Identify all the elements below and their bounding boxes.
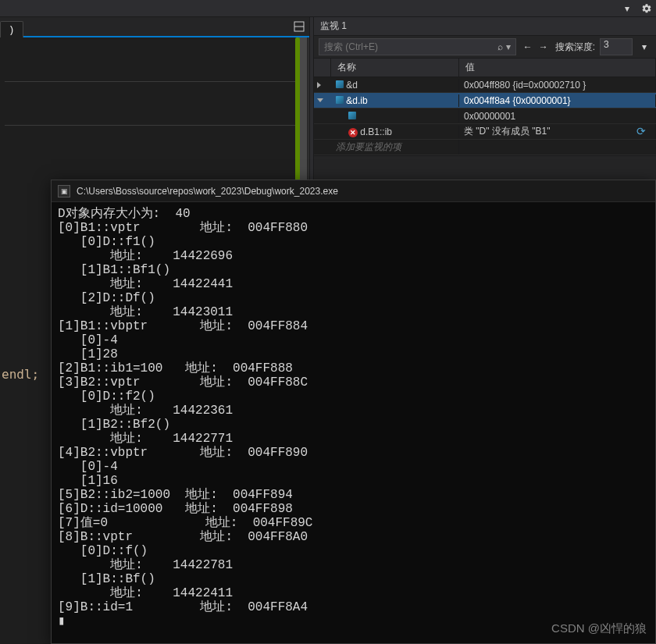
chevron-down-icon[interactable]: ▾ [506,41,511,52]
col-value-header[interactable]: 值 [459,59,656,76]
console-title-text: C:\Users\Boss\source\repos\work_2023\Deb… [77,186,338,197]
expand-down-icon[interactable] [317,98,323,102]
search-depth-label: 搜索深度: [555,41,595,54]
watch-value: 0x004ff8a4 {0x00000001} [464,95,571,106]
split-window-icon[interactable] [292,20,306,34]
watch-value: 0x00000001 [464,111,515,122]
watch-row[interactable]: 0x00000001 [314,109,656,124]
search-depth-select[interactable]: 3 [600,38,633,55]
watch1-search-box[interactable]: ⌕ ▾ [319,38,516,55]
dropdown-icon[interactable]: ▾ [620,2,634,16]
watch-value: 0x004ff880 {id=0x00002710 } [464,80,586,91]
variable-icon [336,96,344,104]
search-icon[interactable]: ⌕ [497,41,503,52]
top-toolbar: ▾ [0,0,656,17]
watch-name: &d [344,80,358,91]
watch1-grid-body: &d0x004ff880 {id=0x00002710 } &d.ib0x004… [314,77,656,155]
watch-name: d.B1::ib [358,126,392,137]
watch1-panel: 监视 1 ⌕ ▾ ← → 搜索深度: 3 ▾ 名称 值 & [314,17,656,156]
nav-back-icon[interactable]: ← [521,40,535,54]
expand-right-icon[interactable] [317,82,321,88]
watch-name: &d.ib [344,95,368,106]
code-token-endl: endl; [2,367,39,382]
tab-strip: ) [0,17,309,37]
breakpoint-marker [295,37,300,194]
watermark-text: CSDN @凶悍的狼 [551,621,647,636]
watch-value: 类 "D" 没有成员 "B1" [464,125,550,138]
add-watch-placeholder: 添加要监视的项 [331,140,459,155]
variable-icon [348,112,356,119]
console-window[interactable]: ▣ C:\Users\Boss\source\repos\work_2023\D… [51,180,656,644]
editor-tab[interactable]: ) [0,21,23,37]
watch1-search-input[interactable] [324,41,497,52]
scrollbar-thumb[interactable] [299,37,307,194]
watch1-add-row[interactable]: 添加要监视的项 [314,140,656,155]
watch-row[interactable]: ✕ d.B1::ib类 "D" 没有成员 "B1"⟳ [314,124,656,140]
depth-chevron-down-icon[interactable]: ▾ [637,40,651,54]
refresh-icon[interactable]: ⟳ [636,125,651,138]
col-name-header[interactable]: 名称 [331,59,459,76]
watch1-grid-header: 名称 值 [314,59,656,77]
console-app-icon: ▣ [58,185,70,197]
watch-row[interactable]: &d.ib0x004ff8a4 {0x00000001} [314,93,656,109]
watch1-search-row: ⌕ ▾ ← → 搜索深度: 3 ▾ [314,36,656,59]
nav-forward-icon[interactable]: → [537,40,551,54]
error-icon: ✕ [348,128,358,137]
console-output[interactable]: D对象内存大小为: 40 [0]B1::vptr 地址: 004FF880 [0… [52,202,655,643]
watch1-title: 监视 1 [314,17,656,36]
watch-row[interactable]: &d0x004ff880 {id=0x00002710 } [314,77,656,93]
console-titlebar[interactable]: ▣ C:\Users\Boss\source\repos\work_2023\D… [52,180,655,202]
gear-icon[interactable] [640,2,653,15]
variable-icon [336,80,344,88]
